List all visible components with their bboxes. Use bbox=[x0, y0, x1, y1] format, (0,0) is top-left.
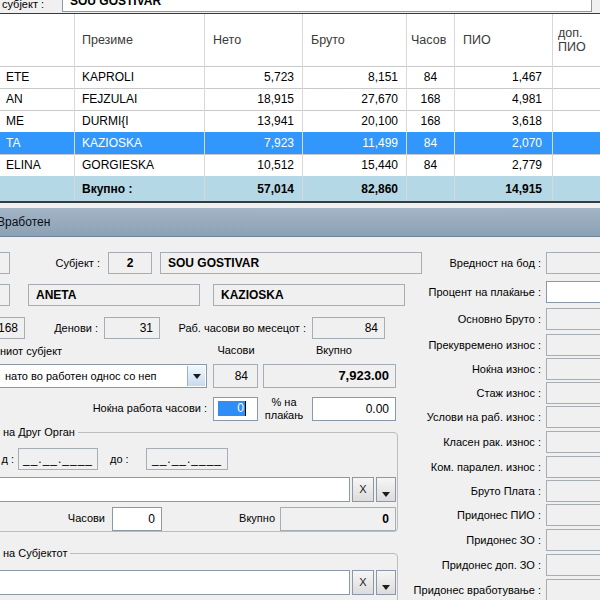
date-to-label: до : bbox=[110, 448, 129, 470]
cell-bruto: 27,670 bbox=[303, 88, 407, 110]
date-from-input[interactable]: __.__.____ bbox=[18, 448, 98, 470]
table-row[interactable]: ME DURMI{I 13,941 20,100 168 3,618 bbox=[0, 110, 600, 133]
col-name bbox=[0, 14, 75, 66]
cell-dop-pio bbox=[553, 110, 600, 132]
cell-bruto: 8,151 bbox=[303, 66, 407, 88]
employee-section-bar: Вработен bbox=[0, 208, 600, 237]
days-label: Денови : bbox=[28, 317, 98, 339]
relation-combobox[interactable]: нато во работен однос со неп bbox=[0, 364, 207, 388]
col-pio: ПИО bbox=[455, 14, 553, 66]
table-row[interactable]: ELINA GORGIESKA 10,512 15,440 84 2,779 bbox=[0, 154, 600, 177]
cell-surname: GORGIESKA bbox=[75, 154, 205, 176]
totals-dop-pio bbox=[553, 176, 600, 201]
right-label: Стаж износ : bbox=[406, 382, 541, 404]
subject-code-field: 2 bbox=[108, 252, 152, 274]
right-field bbox=[546, 529, 600, 551]
total-column-header: Вкупно bbox=[306, 343, 362, 357]
table-row[interactable]: AN FEJZULAI 18,915 27,670 168 4,981 bbox=[0, 88, 600, 111]
first-name-field: ANETA bbox=[28, 284, 200, 306]
right-field bbox=[546, 406, 600, 428]
right-label: Процент на плаќање : bbox=[406, 281, 541, 303]
cell-surname: DURMI{I bbox=[75, 110, 205, 132]
right-label: Ком. паралел. износ : bbox=[406, 456, 541, 478]
cell-neto: 7,923 bbox=[205, 132, 303, 154]
chevron-down-icon[interactable] bbox=[187, 366, 205, 386]
subject-label: Субјект : bbox=[20, 252, 100, 274]
table-row[interactable]: ETE KAPROLI 5,723 8,151 84 1,467 bbox=[0, 66, 600, 89]
right-label: Класен рак. износ : bbox=[406, 431, 541, 453]
pct-label: % на плаќањ bbox=[258, 396, 310, 422]
month-hours-label: Раб. часови во месецот : bbox=[168, 317, 306, 339]
col-neto: Нето bbox=[205, 14, 303, 66]
month-hours-field: 84 bbox=[312, 317, 385, 339]
cell-pio: 2,070 bbox=[455, 132, 553, 154]
cell-neto: 18,915 bbox=[205, 88, 303, 110]
pct-input[interactable]: 0.00 bbox=[312, 397, 396, 421]
night-hours-input[interactable]: 0 bbox=[213, 397, 258, 421]
text-cursor bbox=[245, 401, 246, 416]
cell-name: TA bbox=[0, 132, 75, 154]
cell-hours: 84 bbox=[407, 154, 455, 176]
totals-neto: 57,014 bbox=[205, 176, 303, 201]
clear-button[interactable]: X bbox=[352, 570, 374, 595]
right-label: Прекувремено износ : bbox=[406, 334, 541, 356]
date-to-input[interactable]: __.__.____ bbox=[146, 448, 228, 470]
subject-id-field-cut bbox=[0, 252, 10, 274]
table-totals-row: Вкупно : 57,014 82,860 14,915 bbox=[0, 176, 600, 201]
cell-neto: 5,723 bbox=[205, 66, 303, 88]
date-from-label: д : bbox=[0, 448, 14, 470]
right-field bbox=[546, 480, 600, 502]
other-hours-input[interactable]: 0 bbox=[112, 507, 162, 531]
table-bottom-border bbox=[0, 201, 600, 203]
main-total-field: 7,923.00 bbox=[263, 364, 396, 388]
other-organ-combobox[interactable] bbox=[0, 477, 350, 502]
right-field bbox=[546, 579, 600, 600]
right-label: Придонес ПИО : bbox=[406, 504, 541, 526]
other-total-field: 0 bbox=[280, 507, 396, 531]
cell-surname: FEJZULAI bbox=[75, 88, 205, 110]
right-field-percent-input[interactable] bbox=[546, 281, 600, 303]
right-field bbox=[546, 308, 600, 330]
last-name-field: KAZIOSKA bbox=[213, 284, 405, 306]
other-organ-group-label: на Друг Орган bbox=[0, 426, 78, 438]
cell-dop-pio bbox=[553, 132, 600, 154]
col-dop-pio: доп. ПИО bbox=[553, 14, 600, 66]
hours-column-header: Часови bbox=[213, 343, 259, 357]
right-label: Вредност на бод : bbox=[406, 252, 541, 274]
right-field bbox=[546, 554, 600, 576]
right-label: Основно Бруто : bbox=[406, 308, 541, 330]
right-field bbox=[546, 456, 600, 478]
right-label: Придонес вработување : bbox=[406, 579, 541, 600]
top-subject-input[interactable]: SOU GOSTIVAR bbox=[62, 0, 592, 12]
clear-button[interactable]: X bbox=[352, 477, 374, 502]
cell-pio: 2,779 bbox=[455, 154, 553, 176]
col-bruto: Бруто bbox=[303, 14, 407, 66]
table-header-row: Презиме Нето Бруто Часов ПИО доп. ПИО bbox=[0, 14, 600, 67]
totals-pio: 14,915 bbox=[455, 176, 553, 201]
totals-empty bbox=[0, 176, 75, 201]
cell-dop-pio bbox=[553, 88, 600, 110]
right-field bbox=[546, 358, 600, 380]
dropdown-button[interactable] bbox=[376, 570, 396, 595]
cell-dop-pio bbox=[553, 66, 600, 88]
cell-surname: KAZIOSKA bbox=[75, 132, 205, 154]
right-field bbox=[546, 504, 600, 526]
right-label: Бруто Плата : bbox=[406, 480, 541, 502]
night-hours-label: Ноќна работа часови : bbox=[30, 397, 207, 419]
totals-bruto: 82,860 bbox=[303, 176, 407, 201]
payroll-window: субјект : SOU GOSTIVAR Презиме Нето Брут… bbox=[0, 0, 600, 600]
other-total-label: Вкупно bbox=[225, 507, 275, 529]
selected-text: 0 bbox=[218, 401, 245, 416]
table-row-selected[interactable]: TA KAZIOSKA 7,923 11,499 84 2,070 bbox=[0, 132, 600, 155]
right-label: Ноќна износ : bbox=[406, 358, 541, 380]
dropdown-button[interactable] bbox=[376, 477, 396, 502]
section-bar-title: Вработен bbox=[0, 208, 50, 236]
right-label: Придонес ЗО : bbox=[406, 529, 541, 551]
totals-hours bbox=[407, 176, 455, 201]
subject-combobox[interactable] bbox=[0, 570, 350, 595]
other-hours-label: Часови bbox=[55, 507, 105, 529]
main-hours-field: 84 bbox=[213, 364, 258, 388]
main-group-label: ниот субјект bbox=[0, 344, 62, 358]
cell-pio: 4,981 bbox=[455, 88, 553, 110]
cell-bruto: 20,100 bbox=[303, 110, 407, 132]
